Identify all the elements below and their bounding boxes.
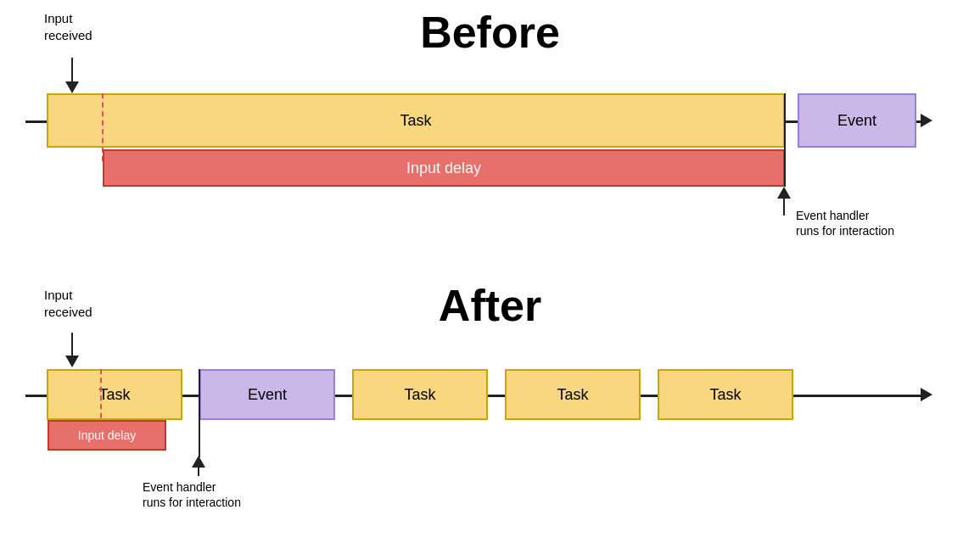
after-title: After (0, 280, 980, 331)
before-input-delay-box: Input delay (103, 149, 785, 187)
before-input-arrow-stem (71, 58, 73, 83)
after-event-handler-label: Event handlerruns for interaction (143, 479, 241, 510)
after-timeline-arrow (921, 388, 932, 401)
before-event-box: Event (798, 93, 916, 148)
after-connector-3 (488, 395, 505, 396)
after-connector-1 (182, 395, 199, 396)
after-task3-box: Task (505, 369, 641, 420)
after-event-handler-arrow-head (192, 456, 205, 468)
before-input-arrow-head (65, 81, 79, 93)
after-connector-4 (641, 395, 658, 396)
after-task-box: Task (47, 369, 182, 420)
before-input-received-label: Inputreceived (44, 10, 92, 43)
after-input-received-label: Inputreceived (44, 287, 92, 320)
before-tick-line (784, 93, 786, 187)
diagram-container: Before Inputreceived Task Event Input de… (0, 0, 980, 549)
after-input-arrow-head (65, 356, 79, 367)
before-timeline-arrow (921, 114, 932, 127)
after-connector-2 (335, 395, 352, 396)
before-task-box: Task (47, 93, 785, 148)
after-input-arrow-stem (71, 333, 73, 356)
before-event-handler-arrow-head (777, 187, 791, 199)
before-event-handler-label: Event handlerruns for interaction (796, 208, 894, 238)
before-title: Before (0, 7, 980, 58)
after-tick-line (199, 369, 200, 457)
after-task4-box: Task (658, 369, 793, 420)
after-event-box: Event (199, 369, 335, 420)
after-task2-box: Task (352, 369, 488, 420)
after-dashed-line (100, 369, 102, 427)
after-input-delay-box: Input delay (48, 420, 166, 451)
